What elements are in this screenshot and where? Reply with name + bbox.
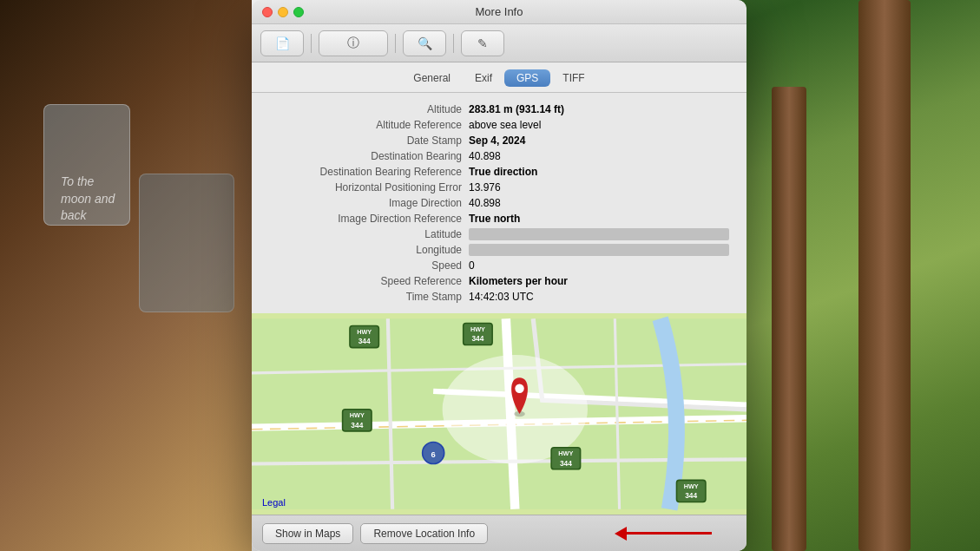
- search-toolbar-btn[interactable]: 🔍: [403, 30, 446, 56]
- gps-row-destbearing: Destination Bearing 40.898: [260, 148, 729, 164]
- gps-value-altitude: 283.81 m (931.14 ft): [469, 103, 729, 115]
- candle-text: To themoon andback: [61, 174, 115, 225]
- gps-row-imgdirref: Image Direction Reference True north: [260, 211, 729, 226]
- gps-value-altref: above sea level: [469, 119, 729, 131]
- gps-value-hpe: 13.976: [469, 181, 729, 194]
- gps-row-latitude: Latitude: [260, 226, 729, 242]
- gps-label-speedref: Speed Reference: [260, 275, 469, 287]
- gps-label-speed: Speed: [260, 259, 469, 272]
- tab-gps[interactable]: GPS: [504, 69, 550, 87]
- gps-table: Altitude 283.81 m (931.14 ft) Altitude R…: [252, 93, 747, 313]
- gps-row-destbearingref: Destination Bearing Reference True direc…: [260, 164, 729, 180]
- gps-label-imgdir: Image Direction: [260, 197, 469, 209]
- gps-row-datestamp: Date Stamp Sep 4, 2024: [260, 133, 729, 148]
- tab-general[interactable]: General: [401, 69, 463, 87]
- tab-exif[interactable]: Exif: [463, 69, 504, 87]
- doc-icon: 📄: [275, 36, 290, 50]
- toolbar: 📄 ⓘ 🔍 ✎: [252, 24, 747, 62]
- svg-text:344: 344: [560, 459, 572, 468]
- map-area: HWY 344 HWY 344 HWY 344 6 HWY 344: [252, 313, 747, 515]
- gps-label-datestamp: Date Stamp: [260, 134, 469, 147]
- gps-label-destbearing: Destination Bearing: [260, 150, 469, 162]
- more-info-dialog: More Info 📄 ⓘ 🔍 ✎ General Exif GPS TIFF: [252, 0, 747, 551]
- gps-value-imgdir: 40.898: [469, 197, 729, 209]
- map-svg: HWY 344 HWY 344 HWY 344 6 HWY 344: [252, 313, 747, 515]
- gps-value-longitude: [469, 244, 729, 256]
- candle-glass-2: [139, 174, 234, 312]
- svg-text:344: 344: [358, 337, 371, 345]
- tab-tiff[interactable]: TIFF: [550, 69, 596, 87]
- candle-background: To themoon andback: [0, 0, 252, 551]
- gps-label-hpe: Horizontal Positioning Error: [260, 181, 469, 194]
- svg-text:HWY: HWY: [684, 482, 699, 490]
- gps-label-latitude: Latitude: [260, 228, 469, 240]
- edit-toolbar-btn[interactable]: ✎: [461, 30, 504, 56]
- gps-label-altref: Altitude Reference: [260, 119, 469, 131]
- show-in-maps-button[interactable]: Show in Maps: [262, 523, 353, 544]
- toolbar-sep-3: [453, 34, 454, 53]
- svg-text:344: 344: [685, 491, 697, 500]
- gps-value-destbearingref: True direction: [469, 166, 729, 178]
- gps-row-speed: Speed 0: [260, 258, 729, 273]
- edit-icon: ✎: [477, 36, 488, 50]
- svg-text:344: 344: [471, 334, 483, 343]
- gps-label-longitude: Longitude: [260, 244, 469, 256]
- gps-value-speedref: Kilometers per hour: [469, 275, 729, 287]
- gps-value-datestamp: Sep 4, 2024: [469, 134, 729, 147]
- gps-label-timestamp: Time Stamp: [260, 291, 469, 303]
- gps-row-hpe: Horizontal Positioning Error 13.976: [260, 180, 729, 195]
- gps-value-speed: 0: [469, 259, 729, 272]
- tree-trunk-1: [858, 0, 911, 551]
- info-icon: ⓘ: [347, 36, 359, 51]
- gps-label-altitude: Altitude: [260, 103, 469, 115]
- gps-value-imgdirref: True north: [469, 213, 729, 225]
- tree-trunk-2: [772, 87, 806, 551]
- gps-row-imgdir: Image Direction 40.898: [260, 195, 729, 211]
- svg-text:HWY: HWY: [350, 411, 365, 419]
- minimize-button[interactable]: [278, 7, 288, 17]
- svg-text:HWY: HWY: [558, 449, 573, 457]
- gps-row-timestamp: Time Stamp 14:42:03 UTC: [260, 289, 729, 305]
- titlebar: More Info: [252, 0, 747, 24]
- doc-toolbar-btn[interactable]: 📄: [260, 30, 304, 56]
- svg-point-20: [515, 384, 523, 392]
- remove-location-button[interactable]: Remove Location Info: [360, 523, 488, 544]
- bottom-bar: Show in Maps Remove Location Info: [252, 515, 747, 551]
- svg-text:HWY: HWY: [357, 328, 372, 336]
- close-button[interactable]: [262, 7, 273, 17]
- content-area: Altitude 283.81 m (931.14 ft) Altitude R…: [252, 93, 747, 515]
- gps-value-timestamp: 14:42:03 UTC: [469, 291, 729, 303]
- traffic-lights: [262, 7, 304, 17]
- gps-label-imgdirref: Image Direction Reference: [260, 213, 469, 225]
- gps-row-speedref: Speed Reference Kilometers per hour: [260, 273, 729, 289]
- toolbar-sep-1: [311, 34, 312, 53]
- search-icon: 🔍: [418, 36, 432, 50]
- info-toolbar-btn[interactable]: ⓘ: [319, 30, 388, 56]
- gps-value-destbearing: 40.898: [469, 150, 729, 162]
- gps-row-altref: Altitude Reference above sea level: [260, 117, 729, 133]
- gps-value-latitude: [469, 228, 729, 240]
- toolbar-sep-2: [395, 34, 396, 53]
- gps-label-destbearingref: Destination Bearing Reference: [260, 166, 469, 178]
- gps-row-longitude: Longitude: [260, 242, 729, 258]
- arrow-annotation: [615, 527, 712, 541]
- svg-text:HWY: HWY: [470, 325, 485, 333]
- legal-link[interactable]: Legal: [262, 497, 286, 508]
- tabs-bar: General Exif GPS TIFF: [252, 62, 747, 93]
- maximize-button[interactable]: [293, 7, 304, 17]
- svg-text:344: 344: [351, 421, 363, 430]
- window-title: More Info: [476, 5, 523, 18]
- arrow-line: [625, 532, 712, 535]
- svg-text:6: 6: [431, 449, 436, 459]
- gps-row-altitude: Altitude 283.81 m (931.14 ft): [260, 102, 729, 117]
